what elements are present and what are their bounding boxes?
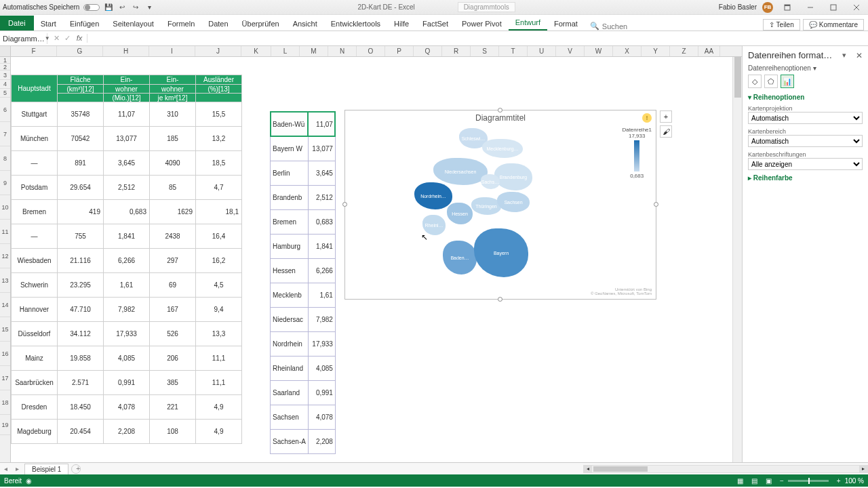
tab-entwicklertools[interactable]: Entwicklertools (324, 17, 387, 30)
row-header[interactable]: 7 (0, 122, 10, 146)
horizontal-scrollbar[interactable]: ◂ ▸ (583, 465, 868, 473)
sheet-tab[interactable]: Beispiel 1 (24, 464, 68, 474)
map-region[interactable]: Niedersachsen (433, 158, 488, 185)
row-header[interactable]: 9 (0, 171, 10, 195)
user-avatar[interactable]: FB (762, 2, 773, 13)
column-header[interactable]: H (103, 46, 149, 56)
tab-daten[interactable]: Daten (201, 17, 235, 30)
row-header[interactable]: 2 (0, 64, 10, 70)
sheet-nav-next[interactable]: ▸ (12, 465, 23, 472)
formula-input[interactable] (87, 33, 868, 43)
tab-entwurf[interactable]: Entwurf (509, 16, 547, 30)
column-header[interactable]: Q (414, 46, 442, 56)
tab-factset[interactable]: FactSet (416, 17, 455, 30)
cancel-formula-icon[interactable]: ✕ (52, 34, 61, 43)
zoom-in-button[interactable]: + (837, 477, 841, 485)
map-plot-area[interactable]: Schleswi…Mecklenburg…NiedersachsenBrande… (406, 127, 542, 289)
redo-icon[interactable]: ↪ (131, 3, 140, 12)
row-header[interactable]: 19 (0, 415, 10, 435)
undo-icon[interactable]: ↩ (117, 3, 127, 12)
column-header[interactable]: M (300, 46, 328, 56)
chevron-down-icon[interactable]: ▾ (813, 64, 816, 72)
map-region[interactable]: Hessen (447, 203, 473, 224)
map-labels-select[interactable]: Alle anzeigen (748, 158, 863, 170)
column-header[interactable]: P (385, 46, 414, 56)
column-header[interactable]: R (442, 46, 471, 56)
close-button[interactable] (848, 1, 865, 14)
add-sheet-button[interactable]: + (71, 464, 81, 474)
maximize-button[interactable] (825, 1, 842, 14)
map-region[interactable]: Bayern (474, 228, 528, 277)
tab-formeln[interactable]: Formeln (161, 17, 201, 30)
row-header[interactable]: 12 (0, 244, 10, 268)
row-header[interactable]: 13 (0, 268, 10, 293)
share-button[interactable]: ⇪Teilen (763, 19, 800, 30)
column-header[interactable]: AA (698, 46, 720, 56)
resize-handle[interactable] (342, 202, 347, 207)
tab-einfuegen[interactable]: Einfügen (63, 17, 106, 30)
column-header[interactable]: N (328, 46, 357, 56)
worksheet[interactable]: FGHIJKLMNOPQRSTUVWXYZAA 1234567891011121… (0, 46, 742, 462)
zoom-slider[interactable] (788, 480, 829, 482)
map-region[interactable]: Rheinl… (422, 215, 446, 235)
tab-ansicht[interactable]: Ansicht (286, 17, 324, 30)
macro-record-icon[interactable]: ◉ (26, 477, 32, 485)
tab-seitenlayout[interactable]: Seitenlayout (106, 17, 161, 30)
enter-formula-icon[interactable]: ✓ (62, 34, 72, 43)
ribbon-options-icon[interactable] (778, 1, 796, 14)
column-header[interactable]: V (556, 46, 585, 56)
fx-icon[interactable]: fx (73, 34, 83, 43)
resize-handle[interactable] (498, 108, 502, 113)
column-header[interactable]: W (585, 46, 613, 56)
column-header[interactable]: O (357, 46, 385, 56)
vertical-scrollbar[interactable] (732, 57, 742, 462)
effects-options-icon[interactable]: ⬠ (764, 75, 778, 88)
view-normal-icon[interactable]: ▦ (737, 477, 743, 485)
column-header[interactable]: Y (642, 46, 670, 56)
map-region[interactable]: Nordrhein… (414, 182, 452, 209)
projection-select[interactable]: Automatisch (748, 112, 863, 124)
row-header[interactable]: 8 (0, 146, 10, 171)
scroll-right-icon[interactable]: ▸ (859, 466, 867, 472)
minimize-button[interactable] (802, 1, 819, 14)
column-header[interactable]: I (149, 46, 195, 56)
pane-close-icon[interactable]: ✕ (856, 51, 863, 60)
chart-elements-button[interactable]: + (660, 110, 672, 123)
tab-start[interactable]: Start (34, 17, 63, 30)
resize-handle[interactable] (498, 297, 502, 302)
tab-hilfe[interactable]: Hilfe (387, 17, 416, 30)
view-layout-icon[interactable]: ▤ (751, 477, 757, 485)
row-header[interactable]: 1 (0, 57, 10, 64)
comments-button[interactable]: 💬Kommentare (803, 19, 864, 30)
column-header[interactable]: S (471, 46, 499, 56)
tab-powerpivot[interactable]: Power Pivot (455, 17, 509, 30)
column-header[interactable]: Z (670, 46, 698, 56)
chart-styles-button[interactable]: 🖌 (660, 125, 672, 138)
fill-options-icon[interactable]: ◇ (748, 75, 762, 88)
map-chart[interactable]: ! Diagrammtitel Datenreihe1 17,933 0,683… (344, 110, 656, 300)
tab-format[interactable]: Format (547, 17, 585, 30)
row-header[interactable]: 5 (0, 89, 10, 98)
column-header[interactable]: X (613, 46, 642, 56)
series-options-icon[interactable]: 📊 (781, 75, 794, 88)
qat-custom-icon[interactable]: ▾ (144, 3, 154, 12)
tab-ueberpruefen[interactable]: Überprüfen (235, 17, 286, 30)
tell-me-input[interactable] (602, 22, 656, 30)
section-series-options[interactable]: Reihenoptionen (748, 94, 863, 101)
map-region[interactable]: Baden… (443, 241, 477, 274)
row-header[interactable]: 16 (0, 342, 10, 366)
chart-warning-icon[interactable]: ! (642, 113, 652, 123)
row-header[interactable]: 4 (0, 80, 10, 89)
sheet-nav-prev[interactable]: ◂ (0, 465, 12, 472)
column-header[interactable]: F (11, 46, 57, 56)
zoom-out-button[interactable]: − (780, 477, 784, 485)
row-header[interactable]: 3 (0, 70, 10, 80)
map-area-select[interactable]: Automatisch (748, 135, 863, 147)
column-header[interactable]: U (528, 46, 556, 56)
pane-dropdown-icon[interactable]: ▾ (842, 51, 846, 60)
save-icon[interactable]: 💾 (104, 3, 113, 12)
map-region[interactable]: Sachsen (497, 192, 530, 212)
scrollbar-thumb[interactable] (593, 466, 648, 472)
row-header[interactable]: 18 (0, 390, 10, 415)
name-box[interactable]: Diagramm…▼ (0, 33, 47, 44)
